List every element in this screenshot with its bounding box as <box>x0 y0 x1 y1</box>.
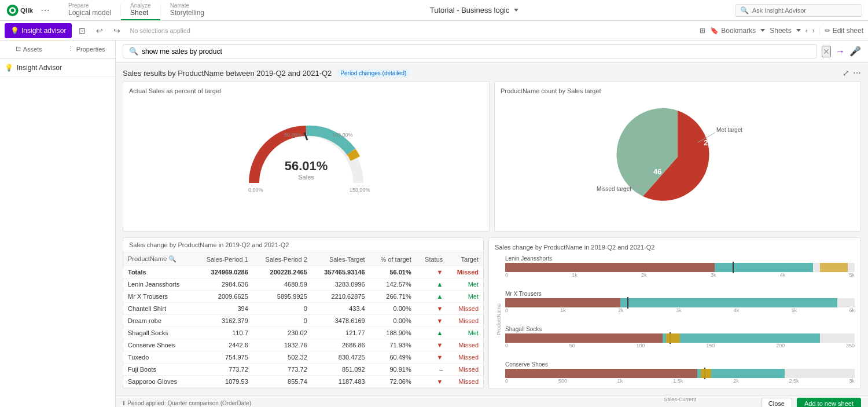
bar-red-2 <box>505 333 663 343</box>
bar-gold-2 <box>666 333 680 343</box>
bar-chart-bars: Lenin Jeansshorts 01k2k3k4k5k <box>503 255 855 383</box>
back-button[interactable]: ↩ <box>93 24 106 37</box>
gauge-container: 56.01% Sales 0.00% 50.00% 100.00% 150.00… <box>129 99 483 215</box>
insight-advisor-icon: 💡 <box>10 27 19 35</box>
sidebar-tab-assets[interactable]: ⊡ Assets <box>0 41 58 58</box>
pie-card: ProductName count by Sales target 46 29 <box>494 81 861 232</box>
svg-text:56.01%: 56.01% <box>285 159 328 173</box>
table-title: Sales change by ProductName in 2019-Q2 a… <box>129 241 289 248</box>
table-row[interactable]: Fuji Boots 773.72 773.72 851.092 90.91% … <box>123 364 483 376</box>
bar-chart-content: ProductName Lenin Jeansshorts <box>495 255 855 383</box>
bar-track-3 <box>505 369 855 378</box>
totals-p1: 324969.0286 <box>194 266 253 278</box>
svg-text:Met target: Met target <box>716 127 742 133</box>
ia-sidebar: ⊡ Assets ⋮ Properties 💡 Insight Advisor <box>0 41 116 407</box>
svg-point-2 <box>11 9 14 12</box>
gauge-card: Actual Sales as percent of target <box>123 81 490 232</box>
pie-svg: 46 29 Met target Missed target <box>591 99 764 215</box>
app-menu-button[interactable]: ⋯ <box>41 5 50 16</box>
bar-axis-0: 01k2k3k4k5k <box>505 272 855 278</box>
bar-chart-card: Sales change by ProductName in 2019-Q2 a… <box>488 237 861 389</box>
ia-result-area: Sales results by ProductName between 201… <box>116 63 868 395</box>
expand-result-button[interactable]: ⤢ <box>843 68 849 78</box>
app-title[interactable]: Tutorial - Business logic <box>430 6 519 14</box>
table-row[interactable]: Mr X Trousers 2009.6625 5895.9925 2210.6… <box>123 291 483 303</box>
sheets-dropdown-icon <box>796 29 801 32</box>
forward-button[interactable]: ↪ <box>110 24 124 37</box>
svg-text:150.00%: 150.00% <box>350 187 370 193</box>
table-row[interactable]: Lenin Jeansshorts 2984.636 4680.59 3283.… <box>123 278 483 291</box>
edit-sheet-button[interactable]: ✏ Edit sheet <box>819 27 863 35</box>
table-row[interactable]: Tuxedo 754.975 502.32 830.4725 60.49% ▼ … <box>123 351 483 364</box>
table-row[interactable]: Sapporoo Gloves 1079.53 855.74 1187.483 … <box>123 376 483 388</box>
ia-search-wrap[interactable]: 🔍 <box>123 44 817 58</box>
ia-panel: ⊡ Assets ⋮ Properties 💡 Insight Advisor … <box>0 41 868 407</box>
bar-item-3: Conserve Shoes 05001k1.5k2k2.5k3k <box>505 361 855 386</box>
bar-axis-1: 01k2k3k4k5k6k <box>505 307 855 313</box>
col-product-name: ProductName 🔍 <box>123 252 194 266</box>
qlik-logo: Qlik <box>6 3 35 17</box>
nav-prepare[interactable]: Prepare Logical model <box>59 0 120 20</box>
totals-name: Totals <box>123 266 194 278</box>
table-row[interactable]: Chantell Shirt 394 0 433.4 0.00% ▼ Misse… <box>123 303 483 315</box>
grid-view-button[interactable]: ⊞ <box>700 27 705 35</box>
svg-text:50.00%: 50.00% <box>284 132 302 138</box>
result-more-button[interactable]: ⋯ <box>853 68 861 78</box>
svg-text:100.00%: 100.00% <box>332 132 353 138</box>
charts-row: Actual Sales as percent of target <box>123 81 861 232</box>
svg-text:46: 46 <box>653 167 661 176</box>
data-table: ProductName 🔍 Sales-Period 1 Sales-Perio… <box>123 252 483 388</box>
table-row[interactable]: Shagall Socks 110.7 230.02 121.77 188.90… <box>123 327 483 339</box>
bar-marker-1 <box>627 297 628 309</box>
search-icon: 🔍 <box>740 6 749 14</box>
bar-red-0 <box>505 263 715 272</box>
col-sales-target: Sales-Target <box>312 252 370 266</box>
col-sales-p1: Sales-Period 1 <box>194 252 253 266</box>
toolbar-right: ⊞ 🔖 Bookmarks Sheets ‹ › ✏ Edit sheet <box>700 27 863 35</box>
info-icon: ℹ <box>123 400 125 406</box>
nav-next-button[interactable]: › <box>812 27 815 35</box>
table-row[interactable]: Dream robe 3162.379 0 3478.6169 0.00% ▼ … <box>123 315 483 327</box>
product-search-icon[interactable]: 🔍 <box>168 255 176 262</box>
close-button[interactable]: Close <box>761 398 792 408</box>
add-to-new-sheet-button[interactable]: Add to new sheet <box>797 398 861 408</box>
table-head-row: ProductName 🔍 Sales-Period 1 Sales-Perio… <box>123 252 483 266</box>
ia-send-button[interactable]: → <box>836 46 845 57</box>
nav-prev-button[interactable]: ‹ <box>806 27 808 35</box>
bar-red-1 <box>505 298 620 307</box>
ia-mic-button[interactable]: 🎤 <box>849 46 861 57</box>
app-title-area: Tutorial - Business logic <box>214 6 735 14</box>
result-title: Sales results by ProductName between 201… <box>123 69 332 78</box>
ia-search-icon: 🔍 <box>129 47 138 56</box>
no-selection-label: No selections applied <box>130 27 190 34</box>
ask-insight-advisor-search[interactable]: 🔍 <box>735 4 862 17</box>
bar-label-3: Conserve Shoes <box>505 361 855 368</box>
bar-axis-3: 05001k1.5k2k2.5k3k <box>505 378 855 384</box>
ia-sidebar-label: Insight Advisor <box>17 64 62 72</box>
ia-search-input[interactable] <box>142 47 811 56</box>
selections-tool-button[interactable]: ⊡ <box>75 24 89 37</box>
sidebar-tab-properties[interactable]: ⋮ Properties <box>58 41 116 58</box>
footer-info: ℹ Period applied: Quarter comparison (Or… <box>123 400 251 406</box>
bookmarks-button[interactable]: 🔖 Bookmarks <box>710 27 765 35</box>
table-row[interactable]: Conserve Shoes 2442.6 1932.76 2686.86 71… <box>123 339 483 351</box>
bar-track-0 <box>505 263 855 272</box>
svg-text:Qlik: Qlik <box>20 6 34 14</box>
assets-icon: ⊡ <box>16 45 21 53</box>
ia-clear-button[interactable]: ✕ <box>822 46 831 57</box>
insight-advisor-button[interactable]: 💡 Insight advisor <box>5 23 72 38</box>
nav-narrate[interactable]: Narrate Storytelling <box>161 0 214 20</box>
svg-text:0.00%: 0.00% <box>248 187 263 193</box>
sheets-button[interactable]: Sheets <box>770 27 800 35</box>
svg-text:Missed target: Missed target <box>597 186 631 192</box>
pie-container: 46 29 Met target Missed target <box>501 99 855 215</box>
table-header-row: Sales change by ProductName in 2019-Q2 a… <box>123 238 483 252</box>
nav-analyze[interactable]: Analyze Sheet <box>121 0 160 20</box>
gauge-title: Actual Sales as percent of target <box>129 87 483 94</box>
ia-main-content: 🔍 ✕ → 🎤 Sales results by ProductName bet… <box>116 41 868 407</box>
bar-marker-0 <box>733 262 734 273</box>
nav-section: Prepare Logical model Analyze Sheet Narr… <box>59 0 214 20</box>
col-sales-p2: Sales-Period 2 <box>253 252 312 266</box>
ask-insight-input[interactable] <box>752 7 857 14</box>
bar-gold-3 <box>701 369 711 378</box>
